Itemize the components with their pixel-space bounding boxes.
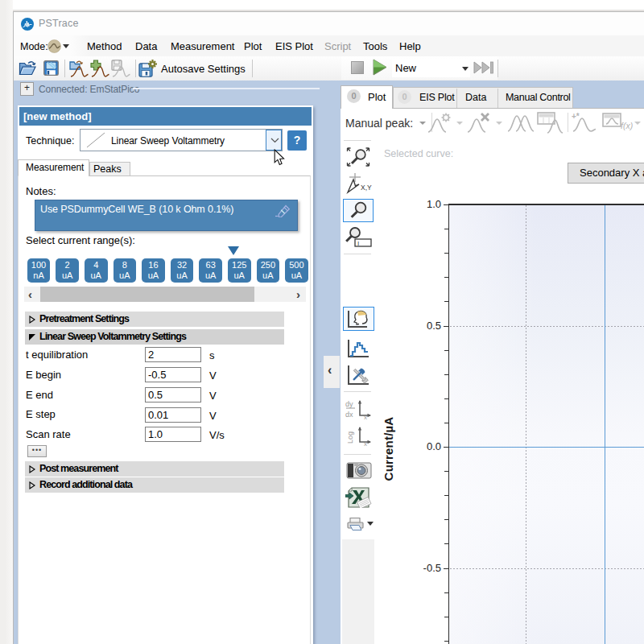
svg-text:I: I bbox=[357, 240, 359, 247]
svg-text:x: x bbox=[364, 414, 367, 419]
svg-text:+*: +* bbox=[572, 112, 580, 121]
svg-text:X,Y: X,Y bbox=[361, 184, 372, 192]
svg-text:x: x bbox=[364, 440, 367, 446]
svg-text:f(x): f(x) bbox=[621, 121, 633, 130]
svg-text:dx: dx bbox=[345, 411, 353, 419]
svg-text:dy: dy bbox=[345, 400, 353, 408]
svg-text:Log: Log bbox=[346, 431, 354, 444]
